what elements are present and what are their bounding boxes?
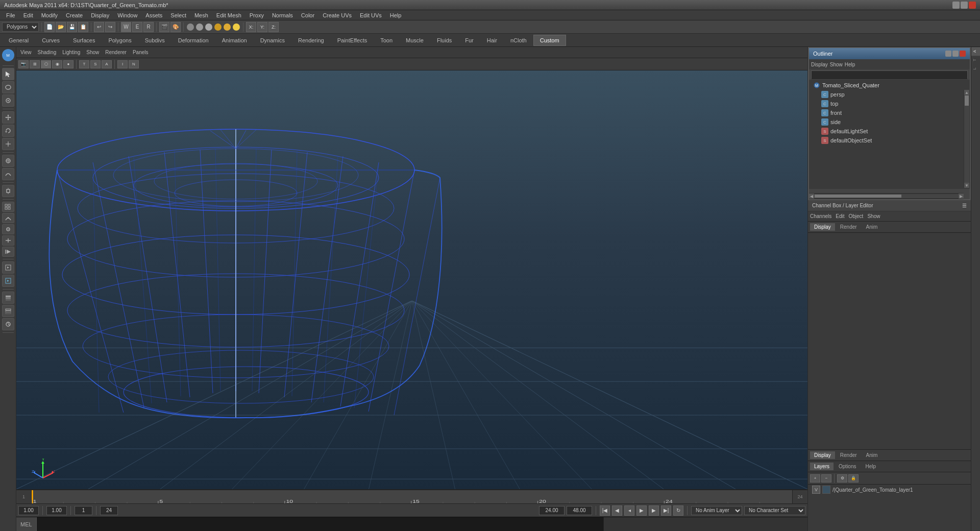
tab-hair[interactable]: Hair [480, 35, 504, 46]
viewport-canvas[interactable]: Y X Z [16, 70, 807, 489]
menu-edit-mesh[interactable]: Edit Mesh [212, 11, 246, 19]
outliner-hscrollbar[interactable]: ◀ ▶ [809, 193, 964, 199]
attr-tab-attr[interactable]: A [971, 47, 980, 56]
tab-surfaces[interactable]: Surfaces [66, 35, 102, 46]
anim-layer-select[interactable]: No Anim Layer [691, 506, 742, 515]
menu-create[interactable]: Create [62, 11, 87, 19]
outliner-item-tomato[interactable]: M Tomato_Sliced_Quater [809, 81, 970, 90]
menu-create-uvs[interactable]: Create UVs [318, 11, 356, 19]
outliner-menu-help[interactable]: Help [845, 62, 855, 67]
cb-menu-object[interactable]: Object [849, 213, 864, 219]
tab-toon[interactable]: Toon [374, 35, 399, 46]
mode-selector[interactable]: Polygons [2, 22, 39, 32]
cb-tab-render[interactable]: Render [836, 223, 861, 231]
vp-menu-show[interactable]: Show [86, 50, 99, 55]
outliner-item-top[interactable]: C top [809, 99, 970, 108]
vp-menu-renderer[interactable]: Renderer [105, 50, 127, 55]
outliner-scrollbar[interactable]: ▲ ▼ [964, 90, 970, 188]
menu-edit-uvs[interactable]: Edit UVs [356, 11, 386, 19]
maximize-button[interactable] [961, 2, 968, 9]
anim-layer-btn[interactable] [2, 318, 14, 330]
current-time-input[interactable] [18, 506, 39, 515]
ipr-btn[interactable]: 🎨 [170, 22, 181, 32]
layer-lock-btn[interactable]: 🔒 [848, 474, 859, 482]
tab-curves[interactable]: Curves [35, 35, 66, 46]
menu-select[interactable]: Select [166, 11, 190, 19]
minimize-button[interactable] [952, 2, 960, 9]
texture-btn[interactable]: T [79, 60, 89, 68]
save-btn[interactable]: 💾 [67, 22, 77, 32]
step-forward-btn[interactable]: ▶ [649, 505, 659, 516]
no-backface-btn[interactable]: N [129, 60, 139, 68]
snap-live-btn[interactable] [2, 247, 14, 257]
attr-tab-layer[interactable]: L [971, 64, 980, 73]
menu-assets[interactable]: Assets [141, 11, 166, 19]
tab-dynamics[interactable]: Dynamics [254, 35, 291, 46]
outliner-menu-display[interactable]: Display [811, 62, 828, 67]
menu-normals[interactable]: Normals [268, 11, 297, 19]
layer-item-0[interactable]: V /|Quarter_of_Green_Tomato_layer1 [808, 485, 971, 495]
tab-general[interactable]: General [2, 35, 35, 46]
cb-menu-edit[interactable]: Edit [836, 213, 844, 219]
tab-subdivs[interactable]: Subdivs [138, 35, 172, 46]
render-current-btn[interactable] [2, 261, 14, 274]
display-layer-btn[interactable] [2, 292, 14, 304]
tab-polygons[interactable]: Polygons [102, 35, 138, 46]
save-as-btn[interactable]: 📋 [78, 22, 88, 32]
outliner-scroll-thumb[interactable] [965, 95, 969, 106]
move-tool-btn[interactable] [2, 111, 14, 124]
lasso-tool-btn[interactable] [2, 81, 14, 93]
outliner-minimize-btn[interactable] [945, 51, 951, 57]
render-btn[interactable]: 🎬 [159, 22, 169, 32]
menu-color[interactable]: Color [297, 11, 318, 19]
cb-tab-display[interactable]: Display [810, 223, 835, 231]
layer-subtab-options[interactable]: Options [835, 463, 860, 470]
cmd-input[interactable] [37, 517, 603, 532]
camera-btn[interactable]: 📷 [18, 60, 29, 68]
y-axis-btn[interactable]: Y: [257, 22, 267, 32]
tab-painteffects[interactable]: PaintEffects [331, 35, 374, 46]
start-frame-input[interactable] [75, 506, 92, 515]
go-to-end-btn[interactable]: ▶| [661, 505, 671, 516]
ipr-render-btn[interactable] [2, 275, 14, 287]
tab-ncloth[interactable]: nCloth [504, 35, 533, 46]
layer-delete-btn[interactable]: − [821, 474, 831, 482]
attr-tab-tool[interactable]: T [971, 56, 980, 64]
loop-btn[interactable]: ↻ [673, 505, 683, 516]
outliner-scroll-down[interactable]: ▼ [964, 183, 969, 188]
select-tool-btn[interactable] [2, 68, 14, 80]
shadow-btn[interactable]: S [90, 60, 101, 68]
menu-modify[interactable]: Modify [37, 11, 62, 19]
end-frame-input[interactable] [100, 506, 118, 515]
anim-end-input[interactable] [567, 506, 592, 515]
translate-btn[interactable]: W [121, 22, 131, 32]
tab-muscle[interactable]: Muscle [399, 35, 430, 46]
smooth-btn[interactable]: ◉ [52, 60, 62, 68]
tab-deformation[interactable]: Deformation [172, 35, 215, 46]
cb-tab-anim[interactable]: Anim [862, 223, 882, 231]
scale-btn[interactable]: R [143, 22, 154, 32]
snap-grid-btn[interactable] [2, 202, 14, 212]
outliner-scroll-up[interactable]: ▲ [964, 90, 969, 95]
outliner-search-input[interactable] [812, 71, 967, 79]
layer-subtab-layers[interactable]: Layers [810, 463, 834, 470]
snap-point-btn[interactable] [2, 224, 14, 234]
cb-menu-show[interactable]: Show [867, 213, 880, 219]
layer-subtab-help[interactable]: Help [861, 463, 880, 470]
menu-help[interactable]: Help [386, 11, 406, 19]
outliner-menu-show[interactable]: Show [830, 62, 843, 67]
step-back-btn[interactable]: ◀ [612, 505, 622, 516]
rotate-btn[interactable]: E [132, 22, 142, 32]
redo-btn[interactable]: ↪ [105, 22, 115, 32]
tab-custom[interactable]: Custom [533, 35, 566, 46]
layer-visible-toggle[interactable]: V [812, 486, 820, 494]
z-axis-btn[interactable]: Z: [268, 22, 279, 32]
char-set-select[interactable]: No Character Set [744, 506, 805, 515]
tab-rendering[interactable]: Rendering [291, 35, 331, 46]
play-back-btn[interactable]: ◂ [624, 505, 634, 516]
outliner-item-objectset[interactable]: S defaultObjectSet [809, 136, 970, 145]
outliner-hscroll-right[interactable]: ▶ [959, 194, 964, 199]
undo-btn[interactable]: ↩ [94, 22, 104, 32]
soft-mod-btn[interactable] [2, 168, 14, 180]
layer-create-btn[interactable]: + [810, 474, 820, 482]
